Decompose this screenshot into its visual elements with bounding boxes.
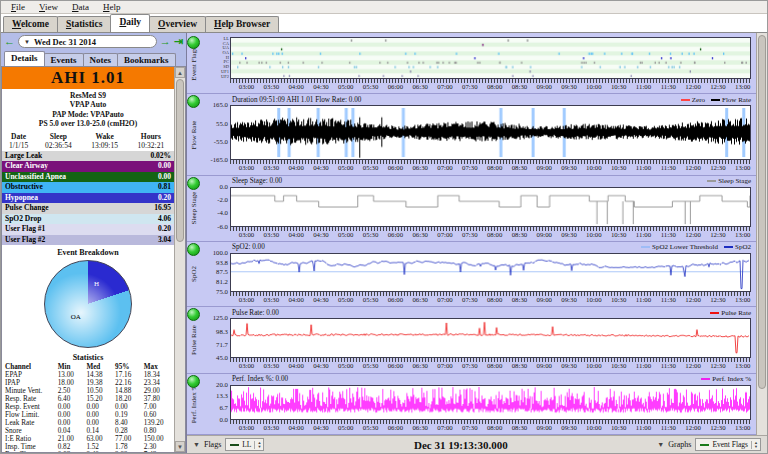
x-axis-tick-label: 11:00 [636,362,651,369]
pushpin-icon[interactable] [187,177,200,190]
graphs-scroll-track[interactable] [757,33,767,435]
panel-side-label: SpO2 [190,266,198,282]
sidebar-scroll-thumb[interactable] [176,79,184,242]
stats-cell: 2.92 [112,451,141,452]
y-axis-tick: 125.0 [213,314,228,321]
sidebar-scrollbar[interactable]: ▲ ▼ [174,67,185,452]
x-axis-tick-label: 05:30 [363,83,378,90]
selected-datetime: Dec 31 19:13:30.000 [268,439,653,451]
event-breakdown-pie-chart: HOA [44,260,132,348]
graphs-scroll-thumb[interactable] [758,35,766,389]
graph-panel-pulse[interactable]: Pulse RatePulse Rate: 0.00Pulse Rate125.… [187,307,756,373]
menu-item-view[interactable]: View [33,2,64,12]
stats-cell: 0.00 [55,403,84,411]
event-row-obstructive[interactable]: Obstructive0.81 [2,182,174,193]
x-axis-tick-label: 03:30 [264,231,279,238]
graph-panel-flow[interactable]: Flow RateDuration 09:51:09 AHI 1.01 Flow… [187,94,756,175]
prev-day-button[interactable]: ← [4,36,15,47]
date-selector[interactable]: ▼ Wed Dec 31 2014 [18,35,157,48]
graphs-collapse-icon[interactable]: ▼ [657,441,664,449]
legend-label: Zero [692,96,705,104]
flags-collapse-icon[interactable]: ▼ [193,441,200,449]
pushpin-icon[interactable] [187,95,200,108]
x-axis-tick-label: 07:00 [437,164,452,171]
x-axis-tick-label: 10:30 [611,362,626,369]
stats-cell: Leak Rate [2,419,55,427]
sidebar-tab-details[interactable]: Details [4,51,45,66]
flags-dropdown[interactable]: LL ▲▼ [225,438,264,451]
x-axis-tick-label: 03:00 [239,362,254,369]
scroll-up-icon[interactable]: ▲ [175,67,185,78]
pushpin-icon[interactable] [187,308,200,321]
tab-help-browser[interactable]: Help Browser [205,16,279,32]
plot-area[interactable]: 0.0-2.0-4.0-6.0 [230,187,751,227]
panel-legend: Pulse Rate [710,309,751,317]
sidebar-tab-bookmarks[interactable]: Bookmarks [117,53,176,66]
plot-canvas-spo2[interactable] [230,253,751,292]
event-row-user-flag-2[interactable]: User Flag #23.04 [2,235,174,246]
menu-item-file[interactable]: File [5,2,31,12]
sidebar-scroll-track[interactable] [175,78,185,441]
event-row-large-leak[interactable]: Large Leak0.02% [2,151,174,162]
x-axis-tick-label: 10:00 [586,424,601,431]
next-day-button[interactable]: → [160,36,171,47]
event-value: 0.00 [158,172,171,183]
tab-overview[interactable]: Overview [149,16,206,32]
event-value: 0.20 [158,224,171,235]
x-axis-tick-label: 09:30 [561,424,576,431]
legend-label: Sleep Stage [718,177,751,185]
stats-cell: 0.28 [112,427,141,435]
sidebar-tab-events[interactable]: Events [44,53,84,66]
machine-info-line: ResMed S9 [2,91,174,100]
event-row-clear-airway[interactable]: Clear Airway0.00 [2,161,174,172]
plot-area[interactable]: 125.098.371.745.0 [230,318,751,358]
y-axis-tick: -6.0 [217,223,228,230]
x-axis-tick-label: 09:30 [561,164,576,171]
event-row-hypopnea[interactable]: Hypopnea0.20 [2,193,174,204]
event-row-user-flag-1[interactable]: User Flag #10.20 [2,224,174,235]
plot-canvas-perf[interactable] [230,385,751,420]
event-value: 4.06 [158,214,171,225]
y-axis-tick: 93.8 [216,259,228,266]
x-axis-tick-label: 06:00 [388,164,403,171]
graph-panel-stage[interactable]: Sleep StageSleep Stage: 0.00Sleep Stage0… [187,176,756,242]
pushpin-icon[interactable] [187,36,200,49]
graphs-scrollbar[interactable] [756,33,767,435]
panel-side-strip: Pulse Rate [187,307,200,372]
graph-panel-perf[interactable]: Perf. Index %Perf. Index %: 0.00Perf. In… [187,374,756,435]
event-row-unclassified-apnea[interactable]: Unclassified Apnea0.00 [2,172,174,183]
plot-canvas-flow[interactable] [230,105,751,160]
tab-statistics[interactable]: Statistics [57,16,111,32]
plot-canvas-stage[interactable] [230,187,751,227]
plot-area[interactable]: LLCAUAOAHPCSDUF1UF2 [230,37,751,79]
graph-panel-flags[interactable]: Event FlagsLLCAUAOAHPCSDUF1UF203:0003:30… [187,35,756,94]
tab-daily[interactable]: Daily [110,14,150,32]
menu-item-help[interactable]: Help [97,2,127,12]
graph-panel-spo2[interactable]: SpO2SpO2: 0.00SpO2 Lower ThresholdSpO210… [187,242,756,307]
graphs-dropdown[interactable]: Event Flags ▲▼ [695,438,761,451]
table-row: EPAP13.0014.3817.1618.34 [2,371,174,379]
latest-day-button[interactable]: ⇥ [174,36,183,47]
chevron-down-icon: ▼ [24,39,30,45]
plot-area[interactable]: 100.093.887.581.275.0 [230,253,751,292]
tab-welcome[interactable]: Welcome [3,16,58,32]
plot-area[interactable]: 20.013.36.70.0 [230,385,751,420]
stats-cell: 17.16 [112,371,141,379]
spinner-icon[interactable]: ▲▼ [254,441,261,449]
plot-canvas-pulse[interactable] [230,318,751,358]
event-label: User Flag #1 [5,224,45,235]
event-row-pulse-change[interactable]: Pulse Change16.95 [2,203,174,214]
spinner-icon[interactable]: ▲▼ [751,441,758,449]
x-axis-tick-label: 11:30 [661,424,676,431]
plot-canvas-flags[interactable] [230,37,751,79]
x-axis-tick-label: 06:00 [388,83,403,90]
plot-area[interactable]: 165.055.0-55.0-165.0 [230,105,751,160]
pushpin-icon[interactable] [187,243,200,256]
event-row-spo2-drop[interactable]: SpO2 Drop4.06 [2,214,174,225]
scroll-down-icon[interactable]: ▼ [175,441,185,452]
stats-header: Min [55,363,84,371]
pushpin-icon[interactable] [187,375,200,388]
stats-cell: IPAP [2,379,55,387]
sidebar-tab-notes[interactable]: Notes [83,53,119,66]
menu-item-data[interactable]: Data [66,2,95,12]
